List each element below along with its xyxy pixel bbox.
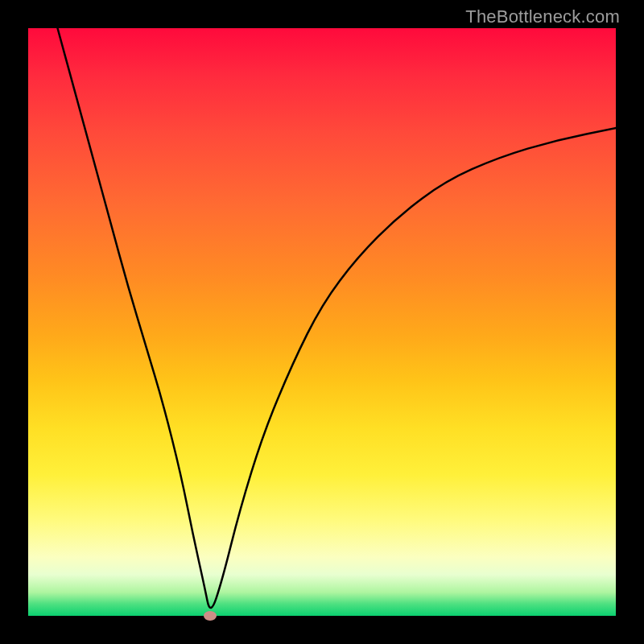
watermark-text: TheBottleneck.com [465,6,620,27]
plot-area [28,28,616,616]
optimum-marker [204,611,217,621]
bottleneck-curve [28,28,616,616]
